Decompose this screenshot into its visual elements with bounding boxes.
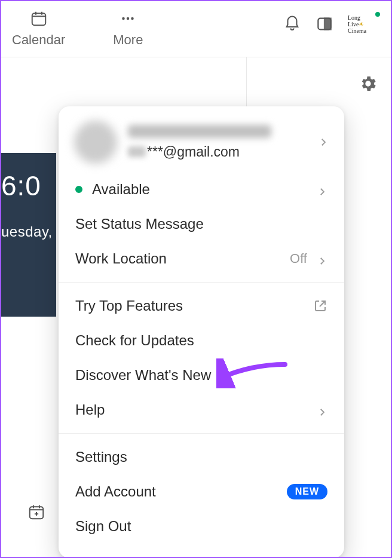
menu-try-features-row[interactable]: Try Top Features [59,289,344,323]
menu-add-account-row[interactable]: Add Account NEW [59,474,344,509]
menu-sign-out-row[interactable]: Sign Out [59,509,344,544]
svg-rect-5 [324,19,331,30]
more-icon [118,8,138,29]
menu-settings-row[interactable]: Settings [59,440,344,474]
menu-profile-row[interactable]: ***@gmail.com [59,112,344,172]
chevron-right-icon [318,137,329,148]
presence-dot-icon [374,11,381,18]
profile-email: ***@gmail.com [128,144,307,160]
settings-gear-button[interactable] [359,74,378,93]
chevron-right-icon [317,184,327,195]
external-link-icon [313,299,327,313]
avatar-text: LongLive☀Cinema [348,14,366,34]
svg-point-3 [131,17,134,20]
chevron-right-icon [317,404,327,415]
top-toolbar: Calendar More LongLive☀Cinema [1,1,391,57]
menu-check-updates-row[interactable]: Check for Updates [59,323,344,358]
profile-name-redacted [128,125,271,138]
panel-toggle-icon[interactable] [316,15,333,35]
svg-rect-0 [32,13,45,25]
more-label: More [113,32,143,48]
calendar-label: Calendar [12,32,65,48]
bell-icon[interactable] [283,15,301,35]
new-badge: NEW [287,484,327,499]
add-event-button[interactable] [27,503,45,521]
menu-divider [59,433,344,434]
menu-divider [59,282,344,283]
svg-point-2 [127,17,130,20]
account-menu: ***@gmail.com Available Set Status Messa… [59,106,344,558]
profile-picture [74,121,117,164]
clock-time: 6:0 [1,170,56,202]
clock-day: uesday, [1,223,56,240]
home-time-panel: 6:0 uesday, [1,153,56,317]
account-avatar[interactable]: LongLive☀Cinema [348,13,380,37]
menu-work-location-row[interactable]: Work Location Off [59,241,344,276]
work-location-value: Off [290,251,307,266]
menu-help-row[interactable]: Help [59,393,344,427]
calendar-icon [29,8,49,29]
menu-discover-row[interactable]: Discover What's New [59,358,344,393]
status-label: Available [92,181,317,198]
svg-point-1 [122,17,125,20]
menu-set-status-row[interactable]: Set Status Message [59,207,344,241]
chevron-right-icon [317,253,327,264]
status-available-icon [75,186,82,193]
calendar-tab[interactable]: Calendar [12,8,65,48]
menu-status-row[interactable]: Available [59,172,344,207]
page-body: 6:0 uesday, ***@gmail.com Available [1,57,391,557]
more-tab[interactable]: More [113,8,143,48]
